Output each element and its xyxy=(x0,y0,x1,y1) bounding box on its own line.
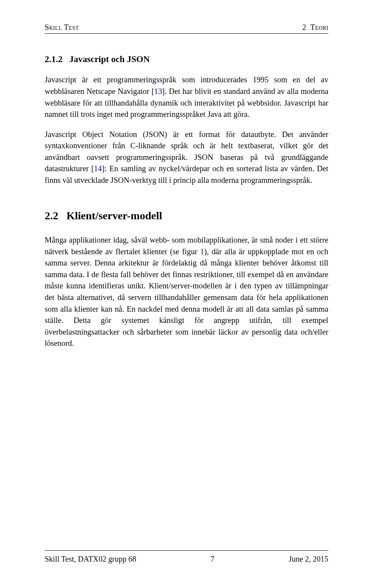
section-title: Klient/server-modell xyxy=(66,210,162,222)
running-head-section-number: 2 xyxy=(302,23,306,31)
subsection-heading: 2.1.2 Javascript och JSON xyxy=(45,53,328,66)
footer: Skill Test, DATX02 grupp 68 7 June 2, 20… xyxy=(45,553,328,565)
paragraph: Många applikationer idag, såväl webb- so… xyxy=(45,234,328,349)
running-head-section-label: Teori xyxy=(310,23,328,31)
footer-right: June 2, 2015 xyxy=(289,553,328,565)
subsection-title: Javascript och JSON xyxy=(69,54,150,64)
running-head: Skill Test 2 Teori xyxy=(45,22,328,33)
page: Skill Test 2 Teori 2.1.2 Javascript och … xyxy=(0,0,373,588)
paragraph: Javascript är ett programmeringsspråk so… xyxy=(45,74,328,120)
running-head-left: Skill Test xyxy=(45,22,79,33)
running-head-right: 2 Teori xyxy=(302,22,328,33)
body-text: 2.1.2 Javascript och JSON Javascript är … xyxy=(45,53,328,349)
footer-left: Skill Test, DATX02 grupp 68 xyxy=(45,553,136,565)
paragraph: Javascript Object Notation (JSON) är ett… xyxy=(45,129,328,186)
citation-link[interactable]: 14 xyxy=(94,164,102,173)
citation-link[interactable]: 13 xyxy=(154,87,162,95)
section-heading: 2.2 Klient/server-modell xyxy=(45,208,328,224)
text-run: ), där alla är uppkopplade mot en och sa… xyxy=(45,247,328,348)
subsection-number: 2.1.2 xyxy=(45,54,63,64)
header-rule xyxy=(45,33,328,34)
section-number: 2.2 xyxy=(45,210,58,222)
figure-ref-link[interactable]: 1 xyxy=(200,247,204,256)
footer-rule xyxy=(45,550,328,551)
page-number: 7 xyxy=(211,553,214,565)
